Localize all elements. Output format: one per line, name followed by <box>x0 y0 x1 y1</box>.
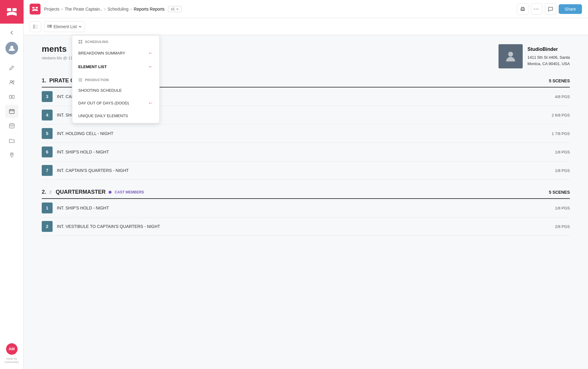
scenes-list-2: 1 INT. SHIP'S HOLD - NIGHT 1/8 PGS 2 INT… <box>42 199 570 236</box>
svg-rect-34 <box>79 80 82 80</box>
svg-rect-0 <box>7 8 11 11</box>
element-header-2: 2. 2 QUARTERMASTER CAST MEMBERS 5 SCENES <box>42 189 570 199</box>
scene-number: 3 <box>42 91 53 102</box>
svg-point-16 <box>11 126 12 127</box>
scenes-count-1: 5 SCENES <box>549 78 570 83</box>
arrow-element-list: ← <box>148 64 153 70</box>
made-by-label: Made By Leanometry <box>5 357 19 364</box>
scene-pages: 1/8 PGS <box>555 206 570 210</box>
user-avatar[interactable]: AM <box>6 343 18 355</box>
breadcrumb-project[interactable]: The Pirate Captain.. <box>65 7 102 12</box>
dropdown-unique-elements[interactable]: UNIQUE DAILY ELEMENTS <box>72 110 159 123</box>
sidebar-navigation <box>5 58 18 340</box>
scene-number: 1 <box>42 203 53 213</box>
element-number-2: 2. <box>42 189 46 195</box>
share-button[interactable]: Share <box>559 4 582 14</box>
breadcrumb-sep-1: › <box>61 6 63 12</box>
version-badge[interactable]: v1 <box>168 6 182 12</box>
back-button[interactable] <box>5 26 18 39</box>
scene-row: 1 INT. SHIP'S HOLD - NIGHT 1/8 PGS <box>42 199 570 217</box>
sidebar-item-location[interactable] <box>5 148 18 162</box>
breadcrumb: Projects › The Pirate Captain.. › Schedu… <box>44 6 517 12</box>
svg-rect-25 <box>47 25 49 26</box>
scene-pages: 1/8 PGS <box>555 168 570 173</box>
user-avatar-small[interactable] <box>5 42 18 54</box>
scene-description: INT. HOLDING CELL - NIGHT <box>57 131 547 136</box>
cast-label-2: CAST MEMBERS <box>115 190 144 194</box>
header-actions: ··· Share <box>517 3 582 15</box>
svg-rect-20 <box>36 7 38 8</box>
company-info: StudioBinder 1411 5th St #406, Santa Mon… <box>499 44 570 68</box>
svg-rect-19 <box>32 7 34 8</box>
dropdown-production-header: PRODUCTION <box>72 74 159 84</box>
svg-rect-26 <box>47 26 49 28</box>
svg-rect-27 <box>49 25 52 26</box>
svg-rect-35 <box>79 81 82 81</box>
scene-description: INT. VESTIBULE TO CAPTAIN'S QUARTERS - N… <box>57 224 551 229</box>
scene-row: 5 INT. HOLDING CELL - NIGHT 1 7/8 PGS <box>42 124 570 143</box>
sidebar-logo[interactable] <box>0 0 24 24</box>
scene-number: 5 <box>42 128 53 139</box>
svg-rect-11 <box>9 124 14 128</box>
scene-description: INT. SHIP'S HOLD - NIGHT <box>57 150 551 154</box>
sidebar-item-calendar[interactable] <box>5 119 18 133</box>
sidebar-item-edit[interactable] <box>5 61 18 74</box>
svg-point-17 <box>12 126 13 127</box>
sidebar-bottom: AM Made By Leanometry <box>5 340 19 369</box>
scene-number: 4 <box>42 110 53 120</box>
svg-rect-5 <box>9 95 11 98</box>
print-button[interactable] <box>517 3 528 15</box>
scene-description: INT. SHIP'S HOLD - NIGHT <box>57 206 551 210</box>
scene-description: INT. CAPTAIN'S QUARTERS - NIGHT <box>57 168 551 173</box>
cast-dot-2 <box>109 191 112 194</box>
more-button[interactable]: ··· <box>531 3 542 15</box>
svg-rect-28 <box>49 26 52 28</box>
scene-row: 2 INT. VESTIBULE TO CAPTAIN'S QUARTERS -… <box>42 217 570 236</box>
scene-pages: 1 7/8 PGS <box>552 131 570 136</box>
sidebar-item-schedule[interactable] <box>5 105 18 118</box>
dropdown-element-list[interactable]: ELEMENT LIST ← <box>72 60 159 74</box>
sidebar-item-users[interactable] <box>5 76 18 89</box>
element-list-dropdown-button[interactable]: Element List <box>44 21 85 32</box>
scene-row: 6 INT. SHIP'S HOLD - NIGHT 1/8 PGS <box>42 143 570 161</box>
svg-rect-33 <box>79 78 82 79</box>
svg-rect-32 <box>81 42 82 44</box>
sidebar-item-storyboard[interactable] <box>5 90 18 104</box>
top-header: Projects › The Pirate Captain.. › Schedu… <box>24 0 588 18</box>
main-content: Projects › The Pirate Captain.. › Schedu… <box>24 0 588 369</box>
svg-point-18 <box>11 153 12 155</box>
element-index-2: 2 <box>49 190 51 194</box>
report-type-dropdown: SCHEDULING BREAKDOWN SUMMARY ← ELEMENT L… <box>72 35 160 123</box>
breadcrumb-sep-2: › <box>104 6 106 12</box>
svg-rect-7 <box>9 110 14 114</box>
svg-point-15 <box>11 126 11 127</box>
scene-number: 6 <box>42 147 53 157</box>
breadcrumb-reports[interactable]: Reports Reports <box>134 7 164 12</box>
svg-point-3 <box>10 81 12 82</box>
scene-number: 2 <box>42 221 53 232</box>
dropdown-scheduling-header: SCHEDULING <box>72 35 159 46</box>
breadcrumb-projects[interactable]: Projects <box>44 7 60 12</box>
svg-point-36 <box>508 52 513 57</box>
sidebar-item-folder[interactable] <box>5 134 18 147</box>
scene-pages: 2/8 PGS <box>555 224 570 229</box>
company-details: StudioBinder 1411 5th St #406, Santa Mon… <box>528 45 570 67</box>
dropdown-dood[interactable]: DAY OUT OF DAYS (DOOD) ← <box>72 96 159 110</box>
company-logo <box>499 44 523 68</box>
arrow-breakdown: ← <box>148 50 153 56</box>
breadcrumb-scheduling[interactable]: Scheduling <box>108 7 128 12</box>
svg-point-4 <box>12 81 14 82</box>
toggle-sidebar-button[interactable] <box>30 21 41 32</box>
sidebar: AM Made By Leanometry <box>0 0 24 369</box>
element-number-1: 1. <box>42 77 46 84</box>
scenes-count-2: 5 SCENES <box>549 190 570 195</box>
element-name-2: QUARTERMASTER <box>56 189 106 195</box>
svg-rect-24 <box>36 25 38 29</box>
header-logo <box>30 4 41 15</box>
dropdown-shooting-schedule[interactable]: SHOOTING SCHEDULE <box>72 84 159 96</box>
comment-button[interactable] <box>545 3 556 15</box>
svg-rect-23 <box>33 25 35 29</box>
dropdown-breakdown-summary[interactable]: BREAKDOWN SUMMARY ← <box>72 46 159 60</box>
svg-rect-22 <box>521 9 524 10</box>
svg-rect-30 <box>81 40 82 41</box>
